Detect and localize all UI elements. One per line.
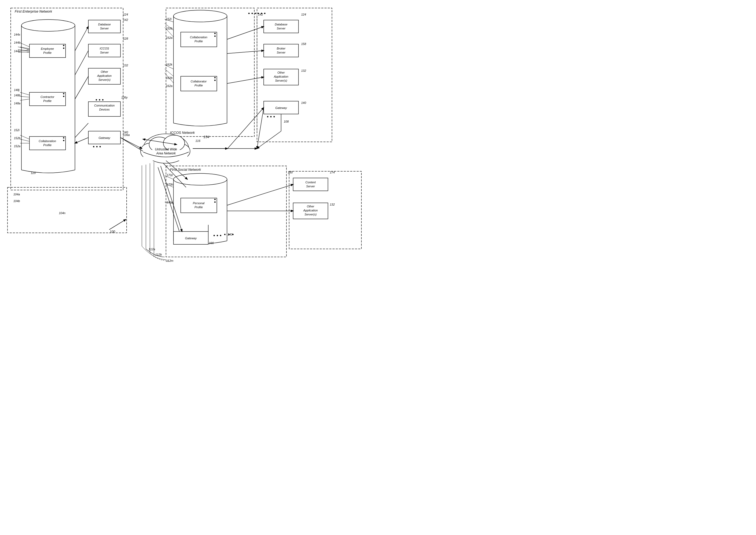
svg-line-210: [165, 176, 173, 179]
svg-point-66: [99, 99, 101, 100]
svg-rect-3: [166, 8, 254, 136]
svg-text:140: 140: [301, 101, 306, 104]
svg-text:Communication: Communication: [94, 104, 115, 107]
svg-text:100: 100: [110, 230, 115, 234]
svg-text:180: 180: [288, 171, 293, 174]
svg-text:Server: Server: [100, 51, 109, 54]
svg-rect-42: [181, 76, 217, 91]
svg-point-101: [140, 143, 159, 159]
svg-text:Other: Other: [101, 70, 108, 73]
svg-line-207: [165, 65, 173, 69]
svg-point-194: [255, 13, 256, 14]
svg-line-121: [158, 167, 179, 232]
svg-text:132: 132: [330, 203, 334, 206]
svg-text:Profile: Profile: [194, 206, 203, 209]
svg-rect-0: [11, 8, 123, 190]
svg-line-187: [143, 139, 177, 145]
svg-point-102: [171, 144, 190, 159]
svg-rect-14: [173, 16, 227, 123]
svg-text:Other: Other: [307, 205, 314, 208]
svg-line-112: [121, 138, 142, 149]
svg-text:Database: Database: [98, 23, 110, 26]
svg-text:124: 124: [301, 13, 306, 16]
svg-line-204: [165, 19, 173, 22]
svg-text:Profile: Profile: [43, 143, 51, 147]
svg-text:Gateway: Gateway: [185, 237, 197, 240]
svg-line-132: [257, 131, 281, 149]
svg-text:Application: Application: [274, 75, 288, 78]
svg-text:154: 154: [203, 135, 209, 139]
svg-point-51: [215, 202, 216, 203]
svg-text:162b: 162b: [166, 76, 172, 79]
svg-rect-27: [29, 92, 66, 106]
svg-text:152i: 152i: [14, 128, 19, 132]
svg-rect-52: [88, 20, 121, 33]
svg-text:142: 142: [123, 18, 128, 21]
svg-line-205: [165, 23, 173, 30]
svg-line-202: [20, 139, 29, 141]
svg-point-36: [63, 140, 65, 141]
svg-line-211: [165, 183, 173, 187]
svg-line-215: [75, 138, 88, 143]
svg-point-99: [220, 235, 221, 236]
svg-text:132: 132: [123, 64, 128, 67]
svg-line-213: [257, 108, 264, 149]
svg-point-30: [63, 93, 65, 95]
svg-point-65: [96, 99, 97, 100]
svg-point-46: [215, 80, 216, 81]
svg-text:104b: 104b: [14, 199, 20, 203]
svg-line-198: [20, 92, 29, 95]
svg-text:Application: Application: [303, 209, 318, 212]
svg-rect-22: [29, 44, 66, 58]
svg-text:116: 116: [195, 139, 200, 142]
svg-text:162k: 162k: [166, 63, 172, 66]
svg-text:140: 140: [227, 233, 233, 236]
svg-text:166: 166: [209, 241, 214, 245]
svg-point-190: [261, 13, 262, 14]
svg-point-25: [63, 45, 65, 46]
diagram: First Enterprise Network ICCOS Network 1…: [0, 0, 378, 268]
svg-text:108: 108: [284, 120, 289, 123]
svg-text:Collaboration: Collaboration: [39, 139, 56, 143]
svg-point-13: [21, 19, 75, 31]
svg-text:174: 174: [330, 171, 334, 174]
svg-point-100: [143, 134, 189, 163]
svg-rect-32: [29, 136, 66, 150]
svg-text:First Enterprise Network: First Enterprise Network: [15, 9, 52, 14]
svg-point-71: [96, 146, 98, 148]
svg-line-118: [166, 160, 188, 179]
svg-text:Gateway: Gateway: [275, 106, 287, 109]
svg-text:Collaborator: Collaborator: [190, 80, 207, 83]
svg-text:170z: 170z: [166, 173, 173, 177]
svg-text:Server(s): Server(s): [305, 213, 317, 216]
svg-rect-105: [143, 150, 188, 160]
svg-point-21: [173, 173, 227, 185]
svg-line-206: [165, 27, 173, 37]
svg-point-85: [267, 116, 269, 118]
svg-line-208: [165, 69, 173, 76]
svg-text:170b: 170b: [166, 183, 173, 186]
svg-point-98: [217, 235, 218, 236]
svg-text:120: 120: [31, 171, 36, 175]
svg-rect-10: [21, 25, 75, 170]
svg-point-170: [232, 234, 234, 235]
svg-line-200: [20, 99, 29, 100]
svg-line-111: [75, 123, 88, 138]
svg-text:136a: 136a: [123, 133, 130, 136]
svg-rect-2: [8, 187, 127, 233]
svg-rect-18: [173, 179, 227, 241]
svg-line-212: [165, 202, 173, 203]
svg-rect-95: [173, 232, 208, 244]
svg-point-87: [274, 116, 275, 118]
svg-text:First Social Network: First Social Network: [170, 168, 201, 172]
svg-point-193: [252, 13, 253, 14]
svg-text:132: 132: [301, 69, 306, 72]
svg-point-192: [248, 13, 250, 14]
svg-rect-91: [293, 203, 328, 219]
svg-point-168: [224, 234, 226, 235]
svg-text:Profile: Profile: [43, 99, 51, 102]
svg-text:152a: 152a: [166, 36, 172, 39]
svg-text:170a: 170a: [166, 201, 173, 204]
svg-text:Employee: Employee: [41, 47, 54, 50]
svg-text:Profile: Profile: [194, 40, 203, 43]
